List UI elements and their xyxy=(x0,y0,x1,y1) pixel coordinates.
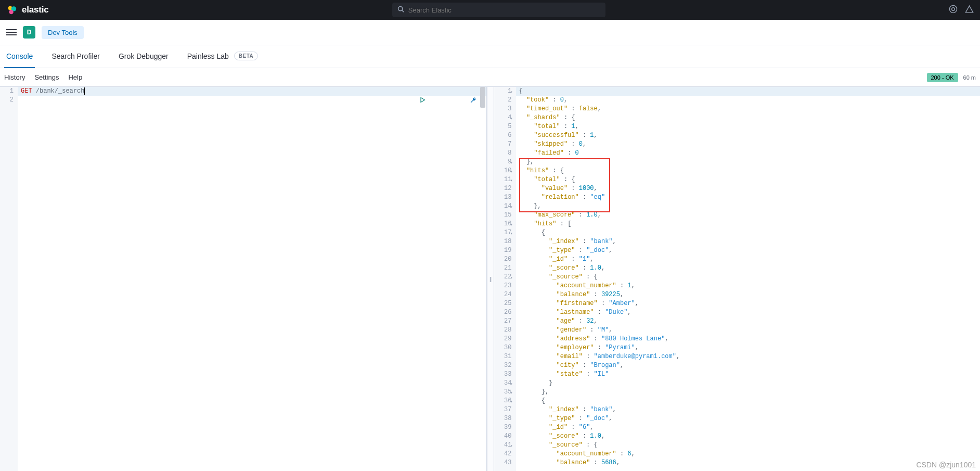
status-badge: 200 - OK xyxy=(927,73,958,82)
menu-toggle-icon[interactable] xyxy=(6,28,17,37)
navbar: D Dev Tools xyxy=(0,20,980,45)
topbar: elastic xyxy=(0,0,980,20)
scrollbar-thumb[interactable] xyxy=(480,87,485,108)
space-badge[interactable]: D xyxy=(23,26,35,39)
request-gutter: 12 xyxy=(0,87,18,471)
svg-line-4 xyxy=(402,10,404,12)
alert-icon[interactable] xyxy=(965,5,974,16)
response-pane[interactable]: 1▾234▾56789▾10▾11▾121314▾1516▾17▾1819202… xyxy=(494,87,981,471)
tab-painless-lab[interactable]: Painless LabBETA xyxy=(185,45,261,68)
splitter[interactable]: || xyxy=(487,87,494,471)
svg-point-6 xyxy=(952,7,955,10)
console-toolbar: History Settings Help 200 - OK 60 m xyxy=(0,68,980,87)
request-actions xyxy=(379,88,476,116)
request-editor[interactable]: GET /bank/_search xyxy=(18,87,486,471)
wrench-icon[interactable] xyxy=(429,88,476,116)
timing-text: 60 m xyxy=(963,74,976,81)
toolbar-history[interactable]: History xyxy=(4,73,25,81)
beta-badge: BETA xyxy=(234,52,258,60)
response-viewer[interactable]: { "took" : 0, "timed_out" : false, "_sha… xyxy=(516,87,981,471)
toolbar-settings[interactable]: Settings xyxy=(34,73,59,81)
elastic-logo-icon xyxy=(6,4,18,16)
help-icon[interactable] xyxy=(949,5,958,16)
search-icon xyxy=(397,6,404,14)
topbar-actions xyxy=(949,5,974,16)
tab-search-profiler[interactable]: Search Profiler xyxy=(49,45,102,68)
breadcrumb-devtools[interactable]: Dev Tools xyxy=(42,26,84,39)
global-search[interactable] xyxy=(392,3,605,17)
request-pane[interactable]: 12 GET /bank/_search xyxy=(0,87,487,471)
response-gutter: 1▾234▾56789▾10▾11▾121314▾1516▾17▾1819202… xyxy=(494,87,516,471)
editor-split: 12 GET /bank/_search || 1▾234▾56789▾10▾1… xyxy=(0,87,980,471)
svg-point-5 xyxy=(949,5,957,12)
toolbar-help[interactable]: Help xyxy=(68,73,82,81)
tabs: ConsoleSearch ProfilerGrok DebuggerPainl… xyxy=(0,45,980,68)
tab-grok-debugger[interactable]: Grok Debugger xyxy=(117,45,171,68)
play-icon[interactable] xyxy=(379,88,425,116)
brand-logo[interactable]: elastic xyxy=(6,4,49,16)
brand-text: elastic xyxy=(22,5,49,15)
svg-point-3 xyxy=(398,7,402,11)
search-input[interactable] xyxy=(408,6,600,14)
svg-point-2 xyxy=(9,10,14,14)
watermark: CSDN @zjun1001 xyxy=(916,461,976,469)
splitter-handle-icon: || xyxy=(489,276,491,282)
tab-console[interactable]: Console xyxy=(4,45,35,68)
